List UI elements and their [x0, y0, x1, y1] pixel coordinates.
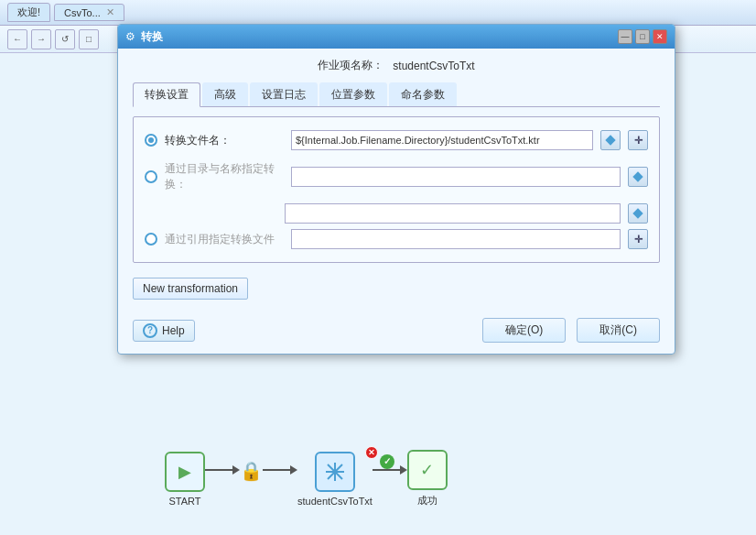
option2-radio[interactable] [145, 170, 157, 183]
toolbar-btn-back[interactable]: ← [7, 29, 27, 49]
option1-browse-icon [605, 135, 615, 145]
option1-expand-btn[interactable]: ✛ [628, 130, 648, 150]
flow-node-transform[interactable]: ✕ studentCsvToTxt [297, 452, 373, 507]
modal-content: 作业项名称： studentCsvToTxt 转换设置 高级 设置日志 位置参数… [118, 49, 675, 318]
tab-csv[interactable]: CsvTo... ✕ [54, 4, 124, 21]
help-btn-label: Help [162, 324, 185, 337]
flow-arrow-3: ✓ [373, 465, 407, 475]
option2-browse-icon1 [632, 171, 643, 181]
modal-maximize-btn[interactable]: □ [635, 29, 650, 44]
tab-welcome-label: 欢迎! [17, 5, 40, 19]
flow-arrow-1 [205, 465, 240, 475]
modal-minimize-btn[interactable]: — [618, 29, 632, 44]
option1-label: 转换文件名： [165, 133, 284, 148]
option2-row: 通过目录与名称指定转换： [145, 161, 648, 192]
option1-browse-btn[interactable] [600, 130, 621, 150]
success-green-badge: ✓ [380, 454, 394, 469]
flow-lock-icon: 🔒 [240, 460, 263, 482]
transform-node-icon[interactable] [315, 452, 355, 492]
option3-row: 通过引用指定转换文件 ✛ [145, 229, 648, 249]
flow-diagram: ▶ START 🔒 ✕ [165, 450, 448, 508]
flow-node-success: ✓ 成功 [407, 450, 448, 508]
option2-input1[interactable] [291, 167, 621, 187]
option3-input[interactable] [291, 229, 621, 249]
footer-action-buttons: 确定(O) 取消(C) [482, 318, 660, 343]
error-badge: ✕ [365, 446, 378, 459]
option3-expand-btn[interactable]: ✛ [628, 229, 648, 249]
start-node-label: START [168, 496, 200, 507]
modal-dialog: ⚙ 转换 — □ ✕ 作业项名称： studentCsvToTxt 转换设置 高… [117, 24, 675, 355]
modal-title-icon: ⚙ [125, 30, 135, 43]
option1-row: 转换文件名： ✛ [145, 130, 648, 150]
flow-node-start: ▶ START [165, 452, 205, 507]
job-name-label: 作业项名称： [318, 58, 383, 73]
tab-position-params[interactable]: 位置参数 [319, 82, 387, 106]
help-button[interactable]: ? Help [133, 320, 195, 342]
option2-input2[interactable] [285, 203, 621, 224]
tab-name-params[interactable]: 命名参数 [389, 82, 457, 106]
modal-titlebar: ⚙ 转换 — □ ✕ [118, 25, 675, 49]
success-node-icon[interactable]: ✓ [407, 450, 448, 490]
modal-tabs: 转换设置 高级 设置日志 位置参数 命名参数 [133, 82, 660, 107]
tab-set-log[interactable]: 设置日志 [250, 82, 318, 106]
toolbar-btn-refresh[interactable]: ↺ [55, 29, 75, 49]
success-node-label: 成功 [417, 494, 437, 508]
form-section: 转换文件名： ✛ 通过目录与名称指定转换： [133, 116, 660, 263]
tab-advanced[interactable]: 高级 [202, 82, 248, 106]
cancel-button[interactable]: 取消(C) [577, 318, 660, 343]
option1-radio[interactable] [145, 134, 157, 147]
app-topbar: 欢迎! CsvTo... ✕ [0, 0, 756, 26]
tab-csv-label: CsvTo... [64, 7, 101, 18]
option1-input[interactable] [291, 130, 593, 150]
option2-browse-icon2 [632, 208, 643, 218]
option2-browse-btn2[interactable] [628, 203, 648, 224]
option2-subrow [285, 203, 648, 224]
modal-close-btn[interactable]: ✕ [653, 29, 667, 44]
modal-title-text: 转换 [141, 29, 615, 45]
help-circle-icon: ? [143, 323, 157, 338]
toolbar-btn-window[interactable]: □ [79, 29, 99, 49]
ok-button[interactable]: 确定(O) [482, 318, 566, 343]
flow-arrow-2 [263, 465, 297, 475]
transform-node-label: studentCsvToTxt [297, 496, 373, 507]
tab-welcome[interactable]: 欢迎! [7, 3, 50, 22]
new-transformation-button[interactable]: New transformation [133, 278, 248, 300]
tab-transform-settings[interactable]: 转换设置 [133, 82, 200, 107]
toolbar-btn-forward[interactable]: → [31, 29, 51, 49]
start-node-icon[interactable]: ▶ [165, 452, 205, 492]
tab-csv-close[interactable]: ✕ [106, 6, 114, 18]
option2-label: 通过目录与名称指定转换： [165, 161, 284, 192]
modal-footer-row: ? Help 确定(O) 取消(C) [118, 318, 675, 354]
option3-radio[interactable] [145, 233, 157, 246]
job-name-row: 作业项名称： studentCsvToTxt [133, 58, 660, 73]
option3-label: 通过引用指定转换文件 [165, 232, 284, 247]
job-name-value: studentCsvToTxt [393, 60, 474, 72]
option2-browse-btn1[interactable] [628, 167, 648, 187]
